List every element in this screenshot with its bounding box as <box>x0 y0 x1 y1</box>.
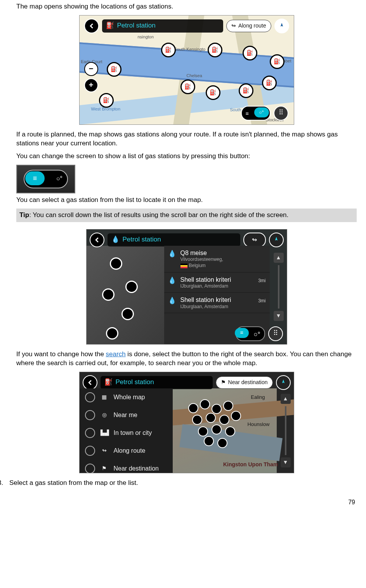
scroll-up-button[interactable]: ▲ <box>274 253 284 263</box>
poi-marker[interactable] <box>99 93 114 108</box>
search-field[interactable]: ⛽ Petrol station <box>102 19 223 33</box>
tip-label: Tip <box>19 211 29 219</box>
map-pins-icon: ○° <box>56 174 62 183</box>
back-button[interactable] <box>84 19 99 33</box>
radio-icon <box>85 446 95 456</box>
option-along-route[interactable]: ↬ Along route <box>80 442 173 460</box>
more-button[interactable]: ⠿ <box>268 326 283 341</box>
option-near-me[interactable]: ◎ Near me <box>80 406 173 424</box>
poi-marker[interactable] <box>102 288 114 301</box>
scroll-track[interactable] <box>278 265 279 309</box>
paragraph: The map opens showing the locations of g… <box>16 2 357 11</box>
scroll-up-button[interactable]: ▲ <box>281 394 291 404</box>
view-toggle[interactable]: ≡ ○° <box>236 326 265 341</box>
compass-icon <box>280 379 286 386</box>
poi-marker[interactable] <box>106 327 118 340</box>
step-3: 3. Select a gas station from the map or … <box>9 479 357 488</box>
item-distance: 3mi <box>258 276 265 284</box>
zoom-in-button[interactable]: + <box>84 78 98 92</box>
map-icon: ▦ <box>101 393 108 401</box>
fuel-pump-icon: ⛽ <box>106 21 114 30</box>
poi-marker[interactable] <box>107 62 121 77</box>
poi-marker[interactable] <box>239 83 253 98</box>
route-icon: ↬ <box>231 22 236 29</box>
paragraph: If a route is planned, the map shows gas… <box>16 130 357 148</box>
back-button[interactable] <box>83 375 97 390</box>
item-name: Shell station kriteri <box>180 297 231 303</box>
filter-button[interactable]: ↬ <box>243 233 266 247</box>
grid-icon: ⠿ <box>273 329 278 338</box>
tip-text: : You can scroll down the list of result… <box>29 211 288 219</box>
map-label: Kingston Upon Tham <box>223 461 278 468</box>
scroll-down-button[interactable]: ▼ <box>281 457 291 467</box>
radio-icon <box>85 410 95 420</box>
list-item[interactable]: 💧 Shell station kriteri IJburglaan, Amst… <box>164 293 270 313</box>
filter-label: Along route <box>238 22 266 29</box>
scroll-down-button[interactable]: ▼ <box>274 311 284 321</box>
list-item[interactable]: 💧 Q8 meise Vilvoordsesteenweg, Belgium <box>164 246 270 272</box>
fuel-pump-icon <box>103 97 109 104</box>
drop-icon: 💧 <box>168 250 177 258</box>
map-pins-icon: ○° <box>254 107 269 117</box>
paragraph: If you want to change how the search is … <box>16 350 357 368</box>
fuel-pump-icon <box>243 87 249 94</box>
fuel-pump-icon <box>212 46 218 53</box>
search-field[interactable]: 💧 Petrol station <box>108 233 240 247</box>
search-text: Petrol station <box>123 235 161 244</box>
list-item[interactable]: 💧 Shell station kriteri IJburglaan, Amst… <box>164 272 270 293</box>
scrollbar[interactable]: ▲ ▼ <box>280 394 291 467</box>
fuel-pump-icon <box>210 89 216 96</box>
search-options-menu: ▦ Whole map ◎ Near me ▙▟ In town or city… <box>80 388 173 473</box>
radio-icon <box>85 464 95 473</box>
item-address: Vilvoordsesteenweg, <box>180 256 224 262</box>
scroll-track[interactable] <box>285 406 286 455</box>
fuel-pump-icon <box>274 58 280 65</box>
compass-button[interactable] <box>274 19 289 33</box>
poi-marker[interactable] <box>208 43 222 57</box>
filter-label: Near destination <box>228 379 268 386</box>
filter-pill[interactable]: ↬ Along route <box>226 20 271 32</box>
page-number: 79 <box>9 498 357 507</box>
flag-icon: ⚑ <box>101 465 108 472</box>
poi-marker[interactable] <box>262 76 277 90</box>
flag-icon: ⚑ <box>221 379 226 386</box>
fuel-pump-icon <box>165 46 172 53</box>
step-text: Select a gas station from the map or the… <box>9 479 138 488</box>
fuel-pump-icon <box>111 66 117 73</box>
option-near-destination[interactable]: ⚑ Near destination <box>80 460 173 473</box>
view-toggle[interactable]: ≡ ○° <box>24 170 68 188</box>
poi-marker[interactable] <box>110 257 122 270</box>
fuel-pump-icon <box>184 83 191 90</box>
filter-pill[interactable]: ⚑ Near destination <box>216 376 273 389</box>
poi-marker[interactable] <box>161 43 176 57</box>
compass-icon <box>273 237 279 243</box>
option-label: In town or city <box>114 429 152 437</box>
poi-marker[interactable] <box>270 54 284 69</box>
search-link[interactable]: search <box>106 350 126 358</box>
view-toggle[interactable]: ≡ ○° <box>241 106 271 121</box>
item-name: Shell station kriteri <box>180 276 231 283</box>
step-number: 3. <box>0 479 9 488</box>
screenshot-search-options: Ealing Hounslow Kingston Upon Tham ⛽ Pet… <box>79 372 294 473</box>
poi-marker[interactable] <box>125 281 138 293</box>
scrollbar[interactable]: ▲ ▼ <box>273 253 284 321</box>
screenshot-map-view: nsington South Kensingto Earls Court Che… <box>79 15 294 125</box>
option-in-town[interactable]: ▙▟ In town or city <box>80 424 173 442</box>
map-label: Hounslow <box>247 421 269 428</box>
radio-icon <box>85 428 95 438</box>
poi-marker[interactable] <box>121 308 134 320</box>
option-whole-map[interactable]: ▦ Whole map <box>80 388 173 406</box>
item-address: IJburglaan, Amsterdam <box>180 303 231 310</box>
search-field[interactable]: ⛽ Petrol station <box>101 376 213 389</box>
back-button[interactable] <box>90 233 104 247</box>
map-label: Chelsea <box>187 73 202 79</box>
compass-button[interactable] <box>269 233 284 247</box>
poi-marker[interactable] <box>243 46 257 60</box>
compass-button[interactable] <box>276 375 291 390</box>
drop-icon: 💧 <box>111 235 120 244</box>
zoom-out-button[interactable]: − <box>84 62 98 76</box>
poi-marker[interactable] <box>206 85 220 100</box>
chevron-left-icon <box>87 380 93 385</box>
poi-marker[interactable] <box>180 79 195 94</box>
more-button[interactable]: ⠿ <box>274 106 288 121</box>
